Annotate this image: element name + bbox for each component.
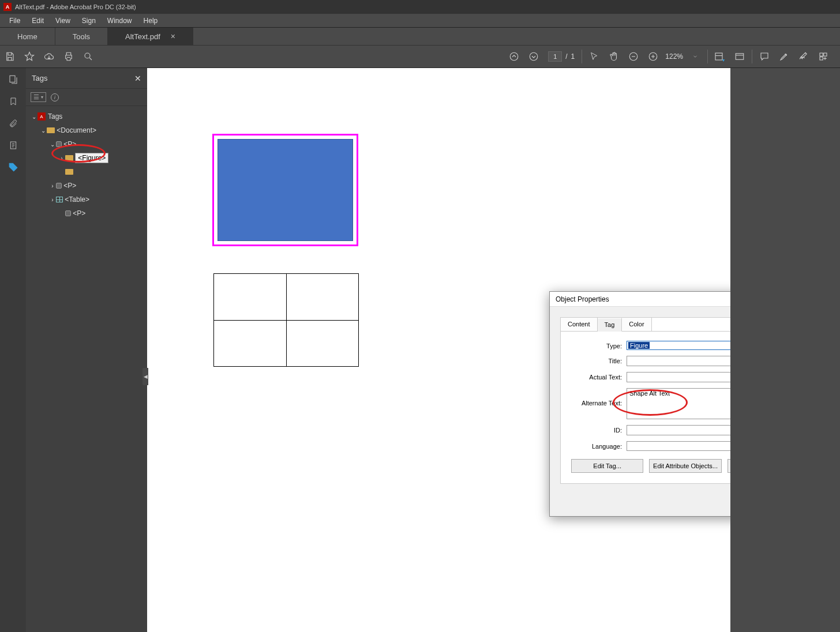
label-actual-text: Actual Text: bbox=[571, 372, 622, 381]
tab-content[interactable]: Content bbox=[561, 318, 598, 331]
menu-file[interactable]: File bbox=[3, 15, 26, 27]
panel-title: Tags bbox=[32, 74, 47, 82]
acrobat-icon: A bbox=[3, 3, 12, 11]
navigation-pane bbox=[0, 68, 26, 632]
save-icon[interactable] bbox=[0, 47, 20, 66]
info-icon[interactable]: i bbox=[51, 93, 59, 101]
highlight-icon[interactable] bbox=[774, 47, 794, 66]
bookmarks-icon[interactable] bbox=[7, 96, 19, 107]
page-indicator: / 1 bbox=[548, 51, 575, 62]
attachments-icon[interactable] bbox=[7, 118, 19, 129]
edit-attribute-objects-button[interactable]: Edit Attribute Objects... bbox=[649, 459, 721, 473]
close-tab-icon[interactable]: × bbox=[171, 32, 175, 41]
more-tools-icon[interactable] bbox=[813, 47, 833, 66]
tree-table[interactable]: › <Table> bbox=[26, 193, 147, 206]
comment-icon[interactable] bbox=[755, 47, 774, 66]
zoom-in-icon[interactable] bbox=[643, 47, 663, 66]
tags-icon[interactable] bbox=[7, 161, 19, 173]
selected-figure[interactable] bbox=[212, 134, 358, 246]
svg-rect-10 bbox=[10, 76, 15, 82]
svg-point-2 bbox=[530, 52, 538, 61]
page-number-input[interactable] bbox=[548, 51, 562, 62]
tree-figure[interactable]: › <Figure> bbox=[26, 151, 147, 165]
menu-window[interactable]: Window bbox=[102, 15, 138, 27]
tab-tools[interactable]: Tools bbox=[55, 28, 108, 45]
svg-point-0 bbox=[85, 53, 90, 58]
folder-icon bbox=[65, 155, 73, 161]
label-title: Title: bbox=[571, 356, 622, 364]
tags-tree[interactable]: ⌄ A Tags ⌄ <Document> ⌄ <P> › <Figure> › bbox=[26, 106, 147, 224]
table-icon bbox=[56, 197, 63, 202]
zoom-level[interactable]: 122% bbox=[665, 52, 683, 61]
tree-p3[interactable]: › <P> bbox=[26, 206, 147, 220]
page-down-icon[interactable] bbox=[524, 47, 543, 66]
right-panel-collapsed bbox=[730, 68, 840, 632]
tree-figure-child[interactable] bbox=[26, 165, 147, 179]
options-menu-icon[interactable]: ☰▾ bbox=[31, 92, 46, 102]
tab-home[interactable]: Home bbox=[0, 28, 55, 45]
tree-p2[interactable]: › <P> bbox=[26, 179, 147, 193]
svg-rect-6 bbox=[736, 54, 744, 60]
folder-icon bbox=[65, 169, 73, 175]
node-icon bbox=[65, 210, 71, 216]
thumbnails-icon[interactable] bbox=[7, 74, 19, 85]
window-title: AltText.pdf - Adobe Acrobat Pro DC (32-b… bbox=[15, 3, 136, 10]
tab-document[interactable]: AltText.pdf × bbox=[108, 28, 193, 45]
folder-icon bbox=[47, 127, 55, 133]
page-up-icon[interactable] bbox=[504, 47, 524, 66]
tree-p1[interactable]: ⌄ <P> bbox=[26, 137, 147, 151]
node-icon bbox=[56, 183, 62, 189]
tags-panel: Tags ✕ ☰▾ i ⌄ A Tags ⌄ <Document> ⌄ <P> … bbox=[26, 68, 147, 632]
tree-root[interactable]: ⌄ A Tags bbox=[26, 110, 147, 123]
tree-document[interactable]: ⌄ <Document> bbox=[26, 123, 147, 137]
label-type: Type: bbox=[571, 341, 622, 349]
tab-color[interactable]: Color bbox=[622, 318, 651, 331]
edit-tag-button[interactable]: Edit Tag... bbox=[571, 459, 643, 473]
print-icon[interactable] bbox=[59, 47, 78, 66]
menu-sign[interactable]: Sign bbox=[76, 15, 102, 27]
window-titlebar: A AltText.pdf - Adobe Acrobat Pro DC (32… bbox=[0, 0, 840, 14]
document-tabs: Home Tools AltText.pdf × bbox=[0, 28, 840, 45]
fit-page-icon[interactable] bbox=[730, 47, 749, 66]
label-alt-text: Alternate Text: bbox=[571, 388, 622, 407]
arrow-pointer-icon[interactable] bbox=[584, 47, 604, 66]
pdf-icon: A bbox=[38, 112, 46, 121]
node-icon bbox=[56, 141, 62, 147]
label-language: Language: bbox=[571, 441, 622, 450]
collapse-panel-icon[interactable]: ◀ bbox=[142, 368, 148, 385]
svg-point-1 bbox=[511, 52, 519, 61]
svg-rect-5 bbox=[715, 53, 722, 60]
sign-icon[interactable] bbox=[794, 47, 813, 66]
menu-edit[interactable]: Edit bbox=[26, 15, 50, 27]
svg-rect-7 bbox=[820, 53, 823, 56]
hand-icon[interactable] bbox=[604, 47, 624, 66]
signatures-icon[interactable] bbox=[7, 140, 19, 151]
menu-view[interactable]: View bbox=[50, 15, 76, 27]
blue-rectangle-shape bbox=[217, 139, 353, 241]
label-id: ID: bbox=[571, 425, 622, 434]
menu-help[interactable]: Help bbox=[138, 15, 164, 27]
svg-rect-8 bbox=[824, 53, 827, 56]
star-icon[interactable] bbox=[20, 47, 39, 66]
toolbar: / 1 122% ▾ bbox=[0, 45, 840, 68]
zoom-dropdown-icon[interactable] bbox=[685, 47, 705, 66]
tab-tag[interactable]: Tag bbox=[598, 318, 622, 332]
close-panel-icon[interactable]: ✕ bbox=[134, 74, 141, 83]
menubar: File Edit View Sign Window Help bbox=[0, 14, 840, 28]
search-icon[interactable] bbox=[78, 47, 98, 66]
svg-rect-9 bbox=[820, 57, 823, 60]
svg-point-12 bbox=[10, 165, 12, 166]
table-shape[interactable] bbox=[213, 273, 359, 367]
fit-width-icon[interactable]: ▾ bbox=[710, 47, 730, 66]
zoom-out-icon[interactable] bbox=[624, 47, 643, 66]
cloud-icon[interactable] bbox=[39, 47, 59, 66]
